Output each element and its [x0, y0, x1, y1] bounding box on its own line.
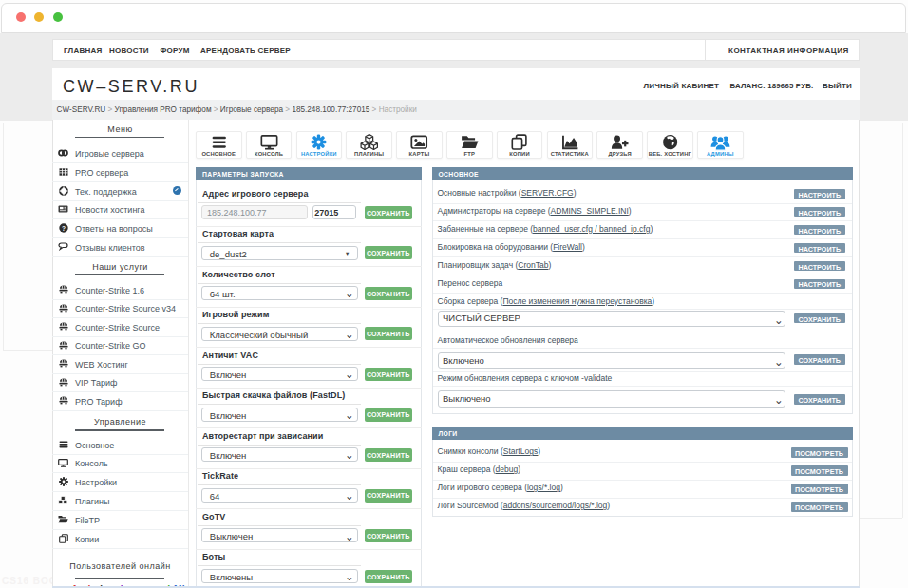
svg-text:?: ? [62, 225, 66, 232]
